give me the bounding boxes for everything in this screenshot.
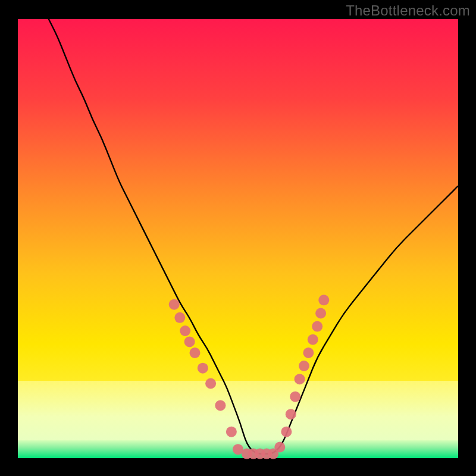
sample-dot — [318, 295, 329, 305]
sample-dot — [315, 308, 326, 319]
plot-area — [18, 19, 458, 458]
sample-dot — [308, 334, 318, 345]
sample-dot — [290, 392, 300, 402]
sample-dot — [286, 409, 296, 419]
sample-dot — [184, 336, 195, 347]
chart-frame: TheBottleneck.com — [0, 0, 476, 476]
sample-dot — [303, 347, 314, 358]
bottleneck-chart — [0, 0, 476, 476]
sample-dot — [174, 312, 185, 323]
sample-dot — [295, 374, 305, 384]
sample-dot — [274, 442, 285, 453]
low-band — [18, 381, 458, 440]
sample-dot — [281, 427, 292, 437]
sample-dot — [180, 325, 190, 336]
sample-dot — [169, 299, 180, 310]
sample-dot — [205, 378, 216, 389]
sample-dot — [226, 427, 237, 437]
sample-dot — [198, 363, 208, 374]
watermark-text: TheBottleneck.com — [346, 2, 470, 19]
sample-dot — [299, 361, 309, 371]
sample-dot — [190, 347, 201, 358]
sample-dot — [215, 400, 226, 411]
sample-dot — [312, 321, 322, 332]
